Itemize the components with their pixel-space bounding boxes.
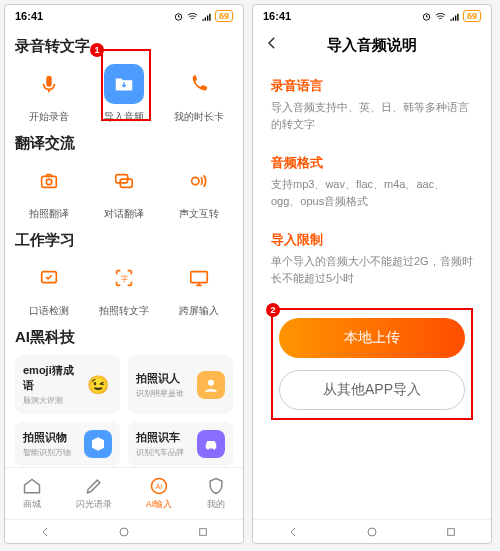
tab-mall[interactable]: 商城 <box>22 476 42 511</box>
section-title-ai: AI黑科技 <box>15 328 233 347</box>
person-icon <box>197 371 225 399</box>
annotation-highlight-1 <box>101 49 151 121</box>
camera-translate-icon <box>29 161 69 201</box>
phone-left: 16:41 69 1 录音转文字 开始录音 导入音频 我的时长卡 <box>4 4 244 544</box>
info-format: 音频格式 支持mp3、wav、flac、m4a、aac、ogg、opus音频格式 <box>271 154 473 209</box>
tab-label: 商城 <box>23 498 41 511</box>
info-text: 单个导入的音频大小不能超过2G，音频时长不能超过5小时 <box>271 253 473 286</box>
cell-label: 我的时长卡 <box>174 110 224 124</box>
card-title: 拍照识人 <box>136 371 184 386</box>
shield-icon <box>206 476 226 496</box>
card-title: 拍照识车 <box>136 430 184 445</box>
annotation-highlight-2: 2 本地上传 从其他APP导入 <box>271 308 473 420</box>
nav-recent-icon[interactable] <box>443 524 459 540</box>
phone-right: 16:41 69 导入音频说明 录音语言 导入音频支持中、英、日、韩等多种语言的… <box>252 4 492 544</box>
upload-local-button[interactable]: 本地上传 <box>279 318 465 358</box>
nav-home-icon[interactable] <box>364 524 380 540</box>
tab-label: 我的 <box>207 498 225 511</box>
cell-label: 口语检测 <box>29 304 69 318</box>
status-bar: 16:41 69 <box>5 5 243 27</box>
cell-cross-screen[interactable]: 跨屏输入 <box>169 258 229 318</box>
svg-rect-1 <box>46 76 52 87</box>
status-time: 16:41 <box>263 10 291 22</box>
back-button[interactable] <box>263 34 281 56</box>
card-recognize-person[interactable]: 拍照识人 识别明星是谁 <box>128 355 233 414</box>
page-header: 导入音频说明 <box>253 27 491 63</box>
nav-home-icon[interactable] <box>116 524 132 540</box>
tab-label: 闪光语录 <box>76 498 112 511</box>
card-sub: 识别明星是谁 <box>136 388 184 399</box>
tab-quotes[interactable]: 闪光语录 <box>76 476 112 511</box>
ai-icon: AI <box>149 476 169 496</box>
info-title: 音频格式 <box>271 154 473 172</box>
card-row-2: 拍照识物 智能识别万物 拍照识车 识别汽车品牌 <box>15 422 233 466</box>
cell-photo-translate[interactable]: 拍照翻译 <box>19 161 79 221</box>
tab-mine[interactable]: 我的 <box>206 476 226 511</box>
card-row-1: emoji猜成语 脑洞大评测 😉 拍照识人 识别明星是谁 <box>15 355 233 414</box>
cell-label: 拍照转文字 <box>99 304 149 318</box>
mic-icon <box>29 64 69 104</box>
car-icon <box>197 430 225 458</box>
battery-badge: 69 <box>463 10 481 22</box>
alarm-icon <box>421 11 432 22</box>
nav-recent-icon[interactable] <box>195 524 211 540</box>
card-emoji-idiom[interactable]: emoji猜成语 脑洞大评测 😉 <box>15 355 120 414</box>
cell-label: 声文互转 <box>179 207 219 221</box>
cell-label: 跨屏输入 <box>179 304 219 318</box>
cell-duration-card[interactable]: 我的时长卡 <box>169 64 229 124</box>
button-label: 本地上传 <box>344 329 400 347</box>
section-title-work: 工作学习 <box>15 231 233 250</box>
bottom-tabbar: 商城 闪光语录 AI AI输入 我的 <box>5 467 243 519</box>
cell-oral-test[interactable]: 口语检测 <box>19 258 79 318</box>
grid-translate: 拍照翻译 对话翻译 声文互转 <box>15 161 233 221</box>
tab-label: AI输入 <box>146 498 173 511</box>
svg-point-12 <box>213 447 215 449</box>
info-title: 导入限制 <box>271 231 473 249</box>
card-recognize-object[interactable]: 拍照识物 智能识别万物 <box>15 422 120 466</box>
nav-back-icon[interactable] <box>37 524 53 540</box>
wifi-icon <box>187 11 198 22</box>
svg-rect-19 <box>448 528 455 535</box>
tab-ai-input[interactable]: AI AI输入 <box>146 476 173 511</box>
card-recognize-car[interactable]: 拍照识车 识别汽车品牌 <box>128 422 233 466</box>
cell-start-record[interactable]: 开始录音 <box>19 64 79 124</box>
info-text: 导入音频支持中、英、日、韩等多种语言的转文字 <box>271 99 473 132</box>
card-sub: 智能识别万物 <box>23 447 71 458</box>
chat-icon <box>104 161 144 201</box>
status-right: 69 <box>173 10 233 22</box>
svg-point-18 <box>368 528 376 536</box>
info-limit: 导入限制 单个导入的音频大小不能超过2G，音频时长不能超过5小时 <box>271 231 473 286</box>
status-bar: 16:41 69 <box>253 5 491 27</box>
import-other-app-button[interactable]: 从其他APP导入 <box>279 370 465 410</box>
cell-photo-to-text[interactable]: 字 拍照转文字 <box>94 258 154 318</box>
svg-rect-9 <box>191 272 208 283</box>
voice-text-icon <box>179 161 219 201</box>
wifi-icon <box>435 11 446 22</box>
cell-dialog-translate[interactable]: 对话翻译 <box>94 161 154 221</box>
mall-icon <box>22 476 42 496</box>
android-navbar <box>5 519 243 543</box>
page-title: 导入音频说明 <box>327 36 417 55</box>
info-text: 支持mp3、wav、flac、m4a、aac、ogg、opus音频格式 <box>271 176 473 209</box>
status-time: 16:41 <box>15 10 43 22</box>
left-content: 1 录音转文字 开始录音 导入音频 我的时长卡 翻译交流 拍照翻译 <box>5 27 243 467</box>
svg-text:AI: AI <box>156 483 162 490</box>
info-title: 录音语言 <box>271 77 473 95</box>
cell-voice-text[interactable]: 声文互转 <box>169 161 229 221</box>
svg-point-10 <box>208 379 214 385</box>
nav-back-icon[interactable] <box>285 524 301 540</box>
card-sub: 识别汽车品牌 <box>136 447 184 458</box>
emoji-icon: 😉 <box>84 371 112 399</box>
phone-icon <box>179 64 219 104</box>
cell-label: 开始录音 <box>29 110 69 124</box>
alarm-icon <box>173 11 184 22</box>
svg-point-3 <box>46 179 52 185</box>
svg-point-6 <box>192 177 199 184</box>
section-title-translate: 翻译交流 <box>15 134 233 153</box>
card-sub: 脑洞大评测 <box>23 395 84 406</box>
card-title: 拍照识物 <box>23 430 71 445</box>
cube-icon <box>84 430 112 458</box>
grid-work: 口语检测 字 拍照转文字 跨屏输入 <box>15 258 233 318</box>
monitor-icon <box>179 258 219 298</box>
button-label: 从其他APP导入 <box>323 381 421 399</box>
